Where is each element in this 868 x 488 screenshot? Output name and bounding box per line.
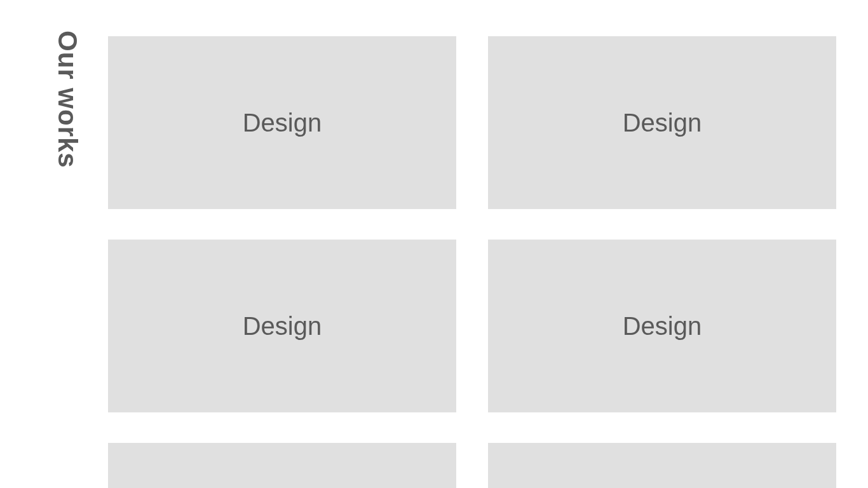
works-grid: Design Design Design Design Design Desig… bbox=[108, 36, 836, 488]
work-card[interactable]: Design bbox=[108, 240, 456, 412]
work-card[interactable]: Design bbox=[488, 240, 836, 412]
work-card-label: Design bbox=[623, 312, 702, 341]
work-card[interactable]: Design bbox=[108, 443, 456, 488]
work-card-label: Design bbox=[623, 109, 702, 137]
work-card-label: Design bbox=[243, 312, 322, 341]
work-card[interactable]: Design bbox=[488, 443, 836, 488]
work-card[interactable]: Design bbox=[488, 36, 836, 209]
work-card-label: Design bbox=[243, 109, 322, 137]
work-card[interactable]: Design bbox=[108, 36, 456, 209]
section-heading: Our works bbox=[52, 30, 83, 168]
